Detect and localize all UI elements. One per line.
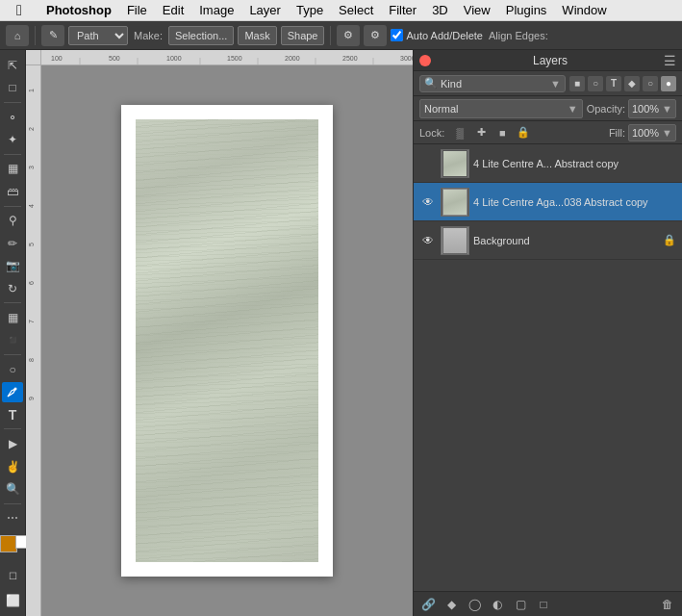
lock-artboard-icon[interactable]: ■ <box>494 125 510 141</box>
add-group-icon[interactable]: ▢ <box>512 596 529 613</box>
home-icon[interactable]: ⌂ <box>6 25 29 46</box>
fill-input[interactable]: 100% ▼ <box>628 124 676 141</box>
ruler-top-svg: 100 500 1000 1500 2000 2500 3000 <box>41 50 413 65</box>
menu-image[interactable]: Image <box>191 3 241 17</box>
blend-mode-dropdown[interactable]: Normal ▼ <box>419 99 583 118</box>
screen-mode[interactable]: ⬜ <box>2 590 23 611</box>
selection-button[interactable]: Selection... <box>168 26 234 45</box>
menu-file[interactable]: File <box>119 3 155 17</box>
toolbar: ⌂ ✎ Path Shape Pixels Make: Selection...… <box>0 21 682 50</box>
type-tool[interactable]: T <box>2 404 23 424</box>
layers-panel-close-button[interactable] <box>419 55 431 66</box>
menu-type[interactable]: Type <box>289 3 331 17</box>
menu-select[interactable]: Select <box>331 3 381 17</box>
gradient-tool[interactable]: ◾ <box>2 330 23 350</box>
filter-adjust-icon[interactable]: ○ <box>588 76 603 91</box>
crop-tool[interactable]: ▦ <box>2 159 23 179</box>
make-label: Make: <box>134 30 163 41</box>
tool-sep-3 <box>4 206 21 207</box>
chevron-down-icon: ▼ <box>568 103 578 115</box>
apple-menu[interactable]:  <box>0 2 38 19</box>
svg-text:1: 1 <box>28 89 35 92</box>
auto-add-delete-checkbox[interactable] <box>391 29 403 41</box>
clone-tool[interactable]: 📷 <box>2 255 23 275</box>
brush-tool[interactable]: ✏ <box>2 233 23 253</box>
filter-smart-icon[interactable]: ○ <box>643 76 658 91</box>
dodge-tool[interactable]: ○ <box>2 359 23 379</box>
pen-tool[interactable] <box>2 382 23 402</box>
toolbox: ⇱ □ ⚬ ✦ ▦ 🗃 ⚲ ✏ 📷 ↻ ▦ ◾ ○ <box>0 50 26 616</box>
canvas-content[interactable] <box>41 65 413 616</box>
eyedropper-tool[interactable]: 🗃 <box>2 181 23 201</box>
delete-layer-icon[interactable]: 🗑 <box>659 596 676 613</box>
gear2-icon[interactable]: ⚙ <box>364 25 387 46</box>
layer-3-name: Background <box>473 235 659 246</box>
hand-tool[interactable]: ✌ <box>2 456 23 476</box>
layer-row[interactable]: 👁 Layer thumbnail Background 🔒 <box>414 221 682 260</box>
toolbar-separator <box>35 26 36 45</box>
layers-search-box[interactable]: 🔍 Kind ▼ <box>419 75 566 92</box>
add-mask-icon[interactable]: ◯ <box>466 596 483 613</box>
fill-area: Fill: 100% ▼ <box>609 124 676 141</box>
lock-label: Lock: <box>419 127 444 139</box>
svg-text:7: 7 <box>28 320 35 323</box>
settings-icon[interactable]: ⚙ <box>337 25 360 46</box>
filter-shape-icon[interactable]: ◆ <box>624 76 640 91</box>
eraser-tool[interactable]: ▦ <box>2 307 23 327</box>
add-style-icon[interactable]: ◆ <box>442 596 460 613</box>
layers-lock-row: Lock: ▒ ✚ ■ 🔒 Fill: 100% ▼ <box>414 121 682 144</box>
tool-sep-6 <box>4 428 21 429</box>
filter-toggle-icon[interactable]: ● <box>661 76 676 91</box>
canvas-area[interactable]: 100 500 1000 1500 2000 2500 3000 1 2 3 <box>26 50 413 616</box>
layer-1-name: 4 Lite Centre A... Abstract copy <box>473 158 676 169</box>
add-adjustment-icon[interactable]: ◐ <box>489 596 506 613</box>
main-area: ⇱ □ ⚬ ✦ ▦ 🗃 ⚲ ✏ 📷 ↻ ▦ ◾ ○ <box>0 50 682 616</box>
menu-window[interactable]: Window <box>554 3 614 17</box>
menu-layer[interactable]: Layer <box>241 3 289 17</box>
opacity-input[interactable]: 100% ▼ <box>628 99 676 118</box>
pen-icon <box>6 385 19 398</box>
menu-edit[interactable]: Edit <box>155 3 191 17</box>
path-select-tool[interactable]: ▶ <box>2 433 23 453</box>
menu-view[interactable]: View <box>456 3 498 17</box>
more-tools[interactable]: ⋯ <box>2 508 23 528</box>
pen-tool-icon[interactable]: ✎ <box>41 25 64 46</box>
menu-3d[interactable]: 3D <box>424 3 456 17</box>
svg-text:9: 9 <box>28 397 35 400</box>
shape-button[interactable]: Shape <box>281 26 325 45</box>
menu-plugins[interactable]: Plugins <box>498 3 555 17</box>
history-tool[interactable]: ↻ <box>2 278 23 298</box>
auto-add-delete-label[interactable]: Auto Add/Delete <box>391 29 483 41</box>
layer-row[interactable]: 👁 4 Lite Centre Aga...038 Abstract copy <box>414 183 682 221</box>
lasso-tool[interactable]: ⚬ <box>2 107 23 127</box>
tool-sep-2 <box>4 154 21 155</box>
layer-3-visibility[interactable]: 👁 <box>419 232 437 249</box>
heal-tool[interactable]: ⚲ <box>2 211 23 231</box>
marquee-tool[interactable]: □ <box>2 77 23 97</box>
lock-pixels-icon[interactable]: ▒ <box>452 125 467 141</box>
lock-position-icon[interactable]: ✚ <box>473 125 489 141</box>
color-swatches <box>0 535 25 560</box>
tool-sep-1 <box>4 102 21 103</box>
svg-text:1000: 1000 <box>166 55 182 62</box>
layers-panel-expand-icon[interactable]: ☰ <box>664 53 676 68</box>
layer-3-lock-icon: 🔒 <box>663 234 676 247</box>
path-dropdown[interactable]: Path Shape Pixels <box>68 26 128 45</box>
layer-1-visibility[interactable]: 👁 <box>419 155 437 172</box>
menu-filter[interactable]: Filter <box>381 3 424 17</box>
layer-2-visibility[interactable]: 👁 <box>419 193 437 211</box>
canvas-frame <box>121 105 333 577</box>
layer-row[interactable]: 👁 4 Lite Centre A... Abstract copy <box>414 144 682 183</box>
link-layers-icon[interactable]: 🔗 <box>419 596 437 613</box>
quick-mask-mode[interactable]: ☐ <box>2 565 23 586</box>
lock-all-icon[interactable]: 🔒 <box>516 125 531 141</box>
magic-wand-tool[interactable]: ✦ <box>2 129 23 149</box>
add-layer-icon[interactable]: □ <box>535 596 552 613</box>
zoom-tool[interactable]: 🔍 <box>2 478 23 499</box>
layers-panel-title: Layers <box>437 54 664 67</box>
filter-type-icon[interactable]: T <box>606 76 621 91</box>
filter-pixel-icon[interactable]: ■ <box>569 76 585 91</box>
mask-button[interactable]: Mask <box>238 26 276 45</box>
move-tool[interactable]: ⇱ <box>2 55 23 75</box>
ruler-left: 1 2 3 4 5 6 7 8 9 <box>26 65 41 616</box>
